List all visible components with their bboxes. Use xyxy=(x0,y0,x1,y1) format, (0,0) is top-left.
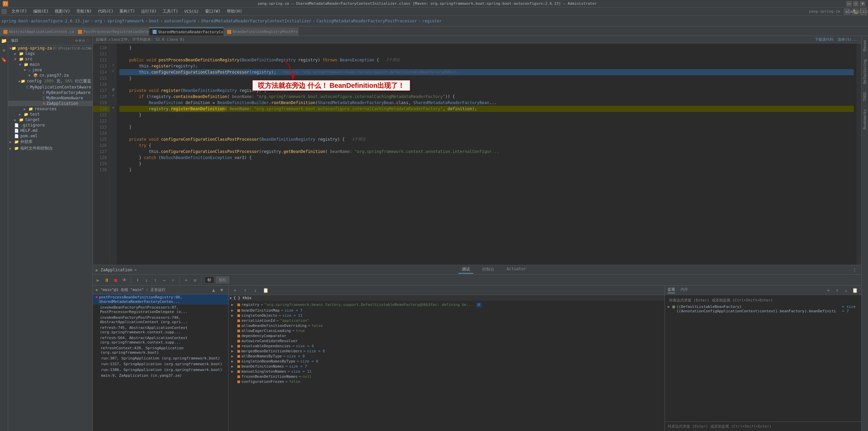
right-panel-todo[interactable]: TODO xyxy=(862,90,868,104)
resume-button[interactable]: ▶ xyxy=(94,276,102,284)
watch-copy-icon[interactable]: 📋 xyxy=(851,287,859,294)
tree-item-project[interactable]: ▼ 📁 yang-spring-za D:\Projects\0-GitWork… xyxy=(8,45,93,51)
menu-window[interactable]: 窗口(W) xyxy=(202,8,223,15)
frame-5[interactable]: refreshContext:420, SpringApplication (o… xyxy=(93,345,228,355)
tab-bean-def-registry[interactable]: BeanDefinitionRegistryPostProcessor.java… xyxy=(224,27,298,36)
breadcrumb-jar[interactable]: spring-boot-autoconfigure-2.6.13.jar xyxy=(1,19,90,23)
frames-subtab[interactable]: 帧 xyxy=(204,276,214,283)
var-mergedbeandefs[interactable]: ▶ mergedBeanDefinitionHolders = size = 0 xyxy=(230,349,663,354)
watch-tab-memory[interactable]: 内存 xyxy=(680,287,688,293)
menu-view[interactable]: 视图(V) xyxy=(52,8,73,15)
sidebar-dots-icon[interactable]: ⋮ xyxy=(86,38,90,43)
tree-item-external-libs[interactable]: ▶ 📁 外部库 xyxy=(8,139,93,145)
var-manualsingletons[interactable]: ▶ manualSingletonNames = size = 11 xyxy=(230,369,663,374)
menu-edit[interactable]: 编辑(E) xyxy=(31,8,52,15)
debug-tab-console[interactable]: 控制台 xyxy=(479,266,498,274)
step-over-button[interactable]: ⬇ xyxy=(134,276,141,284)
tree-item-test[interactable]: ▶ 📁 test xyxy=(8,112,93,117)
download-source-link[interactable]: 下载源代码 xyxy=(815,37,833,42)
var-beandefmap[interactable]: ▶ beanDefinitionMap = size = 7 xyxy=(230,308,663,313)
var-singletonobj[interactable]: ▶ singletonObjects = size = 11 xyxy=(230,313,663,318)
threads-subtab[interactable]: 线程 xyxy=(216,276,229,283)
right-panel-bookmarks[interactable]: Bookmarks xyxy=(862,106,868,132)
tree-item-help[interactable]: ▶ 📄 HELP.md xyxy=(8,128,93,133)
breadcrumb-boot[interactable]: boot xyxy=(149,19,159,23)
watch-add-icon[interactable]: + xyxy=(825,287,832,294)
var-configfrozen[interactable]: ▶ configurationFrozen = false xyxy=(230,379,663,384)
step-into-button[interactable]: ↓ xyxy=(143,276,150,284)
breadcrumb-inner-class[interactable]: CachingMetadataReaderFactoryPostProcesso… xyxy=(317,19,417,23)
frame-1[interactable]: invokeBeanFactoryPostProcessors:87, Post… xyxy=(93,305,228,315)
frame-3[interactable]: refresh:745, AbstractApplicationContext … xyxy=(93,325,228,335)
var-singletonbeannames[interactable]: ▶ singletonBeanNamesByType = size = 0 xyxy=(230,359,663,364)
tab-post-processor-delegate[interactable]: PostProcessorRegistrationDelegate.java × xyxy=(75,27,149,36)
tab-shared-metadata[interactable]: SharedMetadataReaderFactoryContextInitia… xyxy=(149,27,224,36)
sidebar-gear-icon[interactable]: ⚙ xyxy=(75,38,78,43)
vars-up-icon[interactable]: ↑ xyxy=(241,287,249,294)
tree-item-target[interactable]: ▶ 📁 target xyxy=(8,117,93,122)
var-registry[interactable]: ▶ registry = "org.springframework.beans.… xyxy=(230,302,663,308)
tree-item-scratch[interactable]: ▶ 📁 临时文件和控制台 xyxy=(8,145,93,152)
frame-9[interactable]: main:9, ZaApplication (cn.yang37.za) xyxy=(93,373,228,378)
var-depcomp[interactable]: ▶ dependencyComparator xyxy=(230,333,663,338)
watch-item-1[interactable]: ▶ ((DefaultListableBeanFactory)((Annotat… xyxy=(666,304,860,314)
frame-2[interactable]: invokeBeanFactoryPostProcessors:746, Abs… xyxy=(93,315,228,325)
select-link[interactable]: 选择(S)... xyxy=(837,37,859,42)
menu-tools[interactable]: 工具(T) xyxy=(160,8,181,15)
tree-item-mybean-factory-aware[interactable]: ▶ C MyBeanFactoryAware xyxy=(8,90,93,95)
add-watch-button[interactable]: + xyxy=(182,276,190,284)
vars-this-section[interactable]: ▶ { } this xyxy=(229,295,665,301)
menu-run[interactable]: 运行(U) xyxy=(138,8,159,15)
tree-item-gitignore[interactable]: ▶ 📄 .gitignore xyxy=(8,122,93,128)
menu-vcs[interactable]: VCS(S) xyxy=(182,8,202,15)
vars-copy-icon[interactable]: 📋 xyxy=(262,287,269,294)
breadcrumb-autoconfigure[interactable]: autoconfigure xyxy=(164,19,196,23)
close-button[interactable]: ✕ xyxy=(860,1,865,6)
watch-up-icon[interactable]: ↑ xyxy=(833,287,841,294)
thread-up-icon[interactable]: ▲ xyxy=(210,286,217,294)
right-panel-refactor[interactable]: Refactoring xyxy=(862,57,868,87)
tree-item-logs[interactable]: ▶ 📁 logs xyxy=(8,51,93,56)
debug-more-icon[interactable]: ⋮ xyxy=(851,266,859,274)
tree-item-myapp-context-aware[interactable]: ▶ C MyApplicationContextAware xyxy=(8,84,93,90)
breadcrumb-class[interactable]: SharedMetadataReaderFactoryContextInitia… xyxy=(201,19,311,23)
debug-tab-debug[interactable]: 调试 xyxy=(458,266,473,274)
frames-button[interactable]: ≡ xyxy=(191,276,199,284)
tree-item-package[interactable]: ▼ 📦 cn.yang37.za xyxy=(8,73,93,78)
frame-6[interactable]: run:307, SpringApplication (org.springfr… xyxy=(93,355,228,361)
minimize-button[interactable]: — xyxy=(846,1,852,6)
frame-8[interactable]: run:1306, SpringApplication (org.springf… xyxy=(93,367,228,373)
project-icon[interactable]: 📁 xyxy=(1,37,7,44)
var-alloweager[interactable]: ▶ allowEagerClassLoading = true xyxy=(230,328,663,333)
vars-down-icon[interactable]: ↓ xyxy=(252,287,259,294)
stop-button[interactable]: ■ xyxy=(112,276,119,284)
tree-item-zaapplication[interactable]: ▶ A ZaApplication xyxy=(8,101,93,106)
thread-down-icon[interactable]: ▼ xyxy=(218,286,225,294)
maximize-button[interactable]: □ xyxy=(853,1,859,6)
evaluate-button[interactable]: ⚡ xyxy=(169,276,177,284)
tree-item-main[interactable]: ▼ 📁 main xyxy=(8,62,93,67)
var-allowoverride[interactable]: ▶ allowBeanDefinitionOverriding = false xyxy=(230,323,663,328)
menu-code[interactable]: 代码(C) xyxy=(95,8,116,15)
menu-refactor[interactable]: 重构(T) xyxy=(117,8,138,15)
za-application-config[interactable]: ZaApplication xyxy=(860,8,867,15)
step-out-button[interactable]: ↑ xyxy=(152,276,159,284)
breadcrumb-org[interactable]: org xyxy=(95,19,102,23)
breadcrumb-springframework[interactable]: springframework xyxy=(107,19,144,23)
var-allbeannames[interactable]: ▶ allBeanNamesByType = size = 0 xyxy=(230,354,663,359)
var-resolvabledep[interactable]: ▶ resolvableDependencies = size = 4 xyxy=(230,344,663,349)
watch-tab-monitor[interactable]: 监视 xyxy=(668,287,675,293)
view-button[interactable]: 👁 xyxy=(121,276,128,284)
watch-down-icon[interactable]: ↓ xyxy=(842,287,850,294)
breadcrumb-method[interactable]: register xyxy=(422,19,442,23)
menu-navigate[interactable]: 导航(N) xyxy=(74,8,95,15)
tree-item-config[interactable]: ▶ 📁 config 100% 充, 86% 行已覆盖 xyxy=(8,78,93,84)
tree-item-resources[interactable]: ▶ 📁 resources xyxy=(8,106,93,112)
tree-item-mybean-name-aware[interactable]: ▶ C MyBeanNameAware xyxy=(8,95,93,101)
var-serialid[interactable]: ▶ serializationId = "application" xyxy=(230,318,663,323)
pause-button[interactable]: ⏸ xyxy=(103,276,111,284)
menu-file[interactable]: 文件(F) xyxy=(9,8,30,15)
sidebar-collapse-icon[interactable]: ⊟ xyxy=(82,38,85,43)
tree-item-pom[interactable]: ▶ 📄 pom.xml xyxy=(8,133,93,139)
debug-tab-actuator[interactable]: Actuator xyxy=(503,266,530,274)
